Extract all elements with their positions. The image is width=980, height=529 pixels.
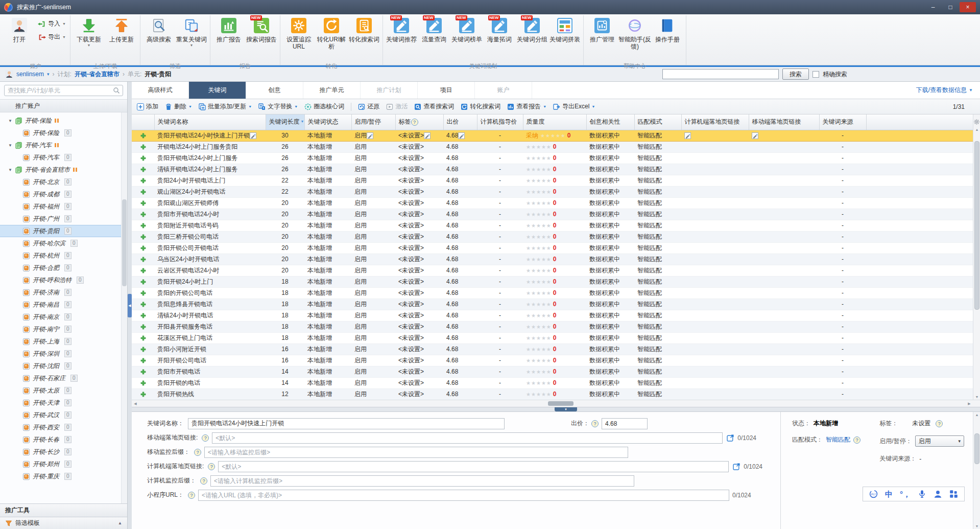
tree-campaign-item[interactable]: ▼开锁-省会直辖市 bbox=[0, 164, 127, 176]
plus-icon[interactable] bbox=[140, 324, 146, 330]
help-icon[interactable]: ? bbox=[202, 434, 209, 442]
edit-icon[interactable] bbox=[752, 132, 758, 139]
keyword-name-input[interactable] bbox=[188, 418, 505, 429]
scroll-up-icon[interactable]: ▲ bbox=[973, 413, 980, 417]
table-row[interactable]: 贵阳小河附近开锁16本地新增启用<未设置>4.68-★★★★★0数据积累中智能匹… bbox=[132, 343, 973, 355]
tree-unit-item[interactable]: 开锁-济南0 bbox=[0, 286, 127, 298]
grid-icon[interactable] bbox=[949, 490, 958, 498]
text-replace-button[interactable]: 文字替换▼ bbox=[258, 102, 298, 111]
ifly-logo-icon[interactable]: iFLY bbox=[869, 490, 878, 498]
tree-unit-item[interactable]: 开锁-南宁0 bbox=[0, 323, 127, 335]
plus-icon[interactable] bbox=[140, 200, 146, 206]
assistant-button[interactable]: 智能助手(反馈) bbox=[618, 15, 651, 62]
download-update-button[interactable]: 下载更新▼ bbox=[73, 15, 105, 62]
promo-manage-button[interactable]: 推广管理 bbox=[586, 15, 618, 62]
sidebar-scrollbar[interactable] bbox=[121, 112, 127, 503]
kw-assemble-button[interactable]: 关键词拼装 bbox=[548, 15, 581, 62]
plus-icon[interactable] bbox=[140, 380, 146, 386]
tab-advanced-style[interactable]: 高级样式 bbox=[132, 82, 189, 99]
collapse-detail-button[interactable]: ▼ bbox=[555, 407, 577, 411]
table-row[interactable]: 贵阳开锁24小时上门18本地新增启用<未设置>4.68-★★★★★0数据积累中智… bbox=[132, 276, 973, 287]
plus-icon[interactable] bbox=[140, 313, 146, 318]
mic-icon[interactable] bbox=[918, 490, 926, 498]
plus-icon[interactable] bbox=[140, 133, 146, 139]
tree-unit-item[interactable]: 开锁-南昌0 bbox=[0, 298, 127, 311]
kw-recommend-button[interactable]: NEW关键词推荐 bbox=[385, 15, 418, 62]
col-state[interactable] bbox=[132, 114, 154, 130]
tree-unit-item[interactable]: 开锁-上海0 bbox=[0, 335, 127, 348]
table-row[interactable]: 花溪区开锁上门电话18本地新增启用<未设置>4.68-★★★★★0数据积累中智能… bbox=[132, 332, 973, 343]
edit-icon[interactable] bbox=[458, 132, 465, 139]
search-button[interactable]: 搜索 bbox=[782, 68, 809, 80]
pc-suffix-input[interactable] bbox=[210, 475, 634, 487]
tree-unit-item[interactable]: 开锁-西安0 bbox=[0, 421, 127, 433]
pc-landing-input[interactable] bbox=[218, 461, 729, 472]
bid-input[interactable] bbox=[602, 418, 648, 429]
user-button[interactable]: 打开 bbox=[3, 15, 36, 62]
close-button[interactable]: × bbox=[960, 2, 976, 12]
plus-icon[interactable] bbox=[140, 279, 146, 285]
tree-unit-item[interactable]: 开锁-南京0 bbox=[0, 311, 127, 323]
plus-icon[interactable] bbox=[140, 212, 146, 217]
col-enable-pause[interactable]: 启用/暂停 bbox=[351, 114, 395, 130]
tree-unit-item[interactable]: 开锁-长春0 bbox=[0, 433, 127, 446]
tree-unit-item[interactable]: 开锁-武汉0 bbox=[0, 409, 127, 421]
chinese-mode-icon[interactable]: 中 bbox=[885, 490, 893, 498]
traffic-query-button[interactable]: NEW流量查询 bbox=[418, 15, 450, 62]
tree-unit-item[interactable]: 开锁-重庆0 bbox=[0, 470, 127, 482]
scroll-thumb[interactable] bbox=[122, 199, 127, 286]
table-row[interactable]: 贵阳市开锁电话24小时20本地新增启用<未设置>4.68-★★★★★0数据积累中… bbox=[132, 209, 973, 220]
table-row[interactable]: 开阳县开锁服务电话18本地新增启用<未设置>4.68-★★★★★0数据积累中智能… bbox=[132, 321, 973, 332]
table-row[interactable]: 贵阳附近开锁电话号码20本地新增启用<未设置>4.68-★★★★★0数据积累中智… bbox=[132, 220, 973, 231]
upload-update-button[interactable]: 上传更新 bbox=[105, 15, 138, 62]
table-row[interactable]: 贵阳的开锁公司电话18本地新增启用<未设置>4.68-★★★★★0数据积累中智能… bbox=[132, 287, 973, 298]
col-keyword-source[interactable]: 关键词来源 bbox=[819, 114, 866, 130]
table-row[interactable]: 贵阳24小时开锁电话上门22本地新增启用<未设置>4.68-★★★★★0数据积累… bbox=[132, 175, 973, 186]
table-row[interactable]: 贵阳息烽县开锁电话18本地新增启用<未设置>4.68-★★★★★0数据积累中智能… bbox=[132, 298, 973, 310]
export-button[interactable]: 导出▼ bbox=[38, 33, 66, 41]
plus-icon[interactable] bbox=[140, 268, 146, 273]
external-link-icon[interactable] bbox=[733, 463, 740, 470]
plus-icon[interactable] bbox=[140, 369, 146, 375]
punctuation-icon[interactable]: °， bbox=[900, 490, 911, 498]
help-icon[interactable]: ? bbox=[200, 477, 207, 485]
import-button[interactable]: 导入▼ bbox=[38, 19, 66, 28]
table-row[interactable]: 开阳开锁公司电话16本地新增启用<未设置>4.68-★★★★★0数据积累中智能匹… bbox=[132, 355, 973, 366]
mobile-suffix-input[interactable] bbox=[204, 447, 628, 458]
tab-project[interactable]: 项目 bbox=[418, 82, 475, 99]
help-icon[interactable]: ? bbox=[936, 420, 943, 427]
tree-unit-item[interactable]: 开锁-贵阳0 bbox=[0, 225, 127, 237]
plus-icon[interactable] bbox=[140, 155, 146, 161]
duplicate-kw-button[interactable]: 重复关键词▼ bbox=[175, 15, 208, 62]
account-dropdown-icon[interactable]: ▾ bbox=[47, 72, 50, 77]
sidebar-item-promo-tools[interactable]: 推广工具 bbox=[0, 503, 127, 517]
plus-icon[interactable] bbox=[140, 257, 146, 262]
tab-keywords[interactable]: 关键词 bbox=[189, 82, 246, 99]
sidebar-splitter[interactable]: ◀ bbox=[128, 82, 132, 529]
plan-link[interactable]: 开锁-省会直辖市 bbox=[75, 70, 119, 79]
batch-add-button[interactable]: 批量添加/更新▼ bbox=[199, 102, 252, 111]
tree-unit-item[interactable]: 开锁-天津0 bbox=[0, 397, 127, 409]
col-keyword-status[interactable]: 关键词状态 bbox=[304, 114, 351, 130]
edit-icon[interactable] bbox=[250, 132, 256, 139]
gear-icon[interactable] bbox=[973, 119, 980, 125]
kw-group-button[interactable]: NEW关键词分组 bbox=[516, 15, 548, 62]
col-creative-relevance[interactable]: 创意相关性 bbox=[586, 114, 634, 130]
maximize-button[interactable]: □ bbox=[942, 2, 959, 12]
col-quality[interactable]: 质量度 bbox=[523, 114, 586, 130]
table-row[interactable]: 贵阳开锁的电话14本地新增启用<未设置>4.68-★★★★★0数据积累中智能匹配… bbox=[132, 377, 973, 388]
tree-unit-item[interactable]: 开锁-石家庄0 bbox=[0, 372, 127, 384]
kw-rank-button[interactable]: NEW关键词榜单 bbox=[450, 15, 483, 62]
view-report-button[interactable]: 查看报告▼ bbox=[507, 102, 546, 111]
delete-button[interactable]: 删除▼ bbox=[165, 102, 192, 111]
scroll-thumb[interactable] bbox=[548, 401, 573, 406]
tab-creative[interactable]: 创意 bbox=[246, 82, 303, 99]
plus-icon[interactable] bbox=[140, 234, 146, 240]
tree-unit-item[interactable]: 开锁-太原0 bbox=[0, 384, 127, 397]
plus-icon[interactable] bbox=[140, 290, 146, 296]
sidebar-item-filter-template[interactable]: 筛选模板 ▲ bbox=[0, 517, 127, 529]
search-report-button[interactable]: NEW搜索词报告 bbox=[245, 15, 278, 62]
mobile-landing-input[interactable] bbox=[212, 432, 723, 444]
top-search-input[interactable] bbox=[662, 69, 779, 79]
tree-unit-item[interactable]: 开锁-福州0 bbox=[0, 200, 127, 213]
